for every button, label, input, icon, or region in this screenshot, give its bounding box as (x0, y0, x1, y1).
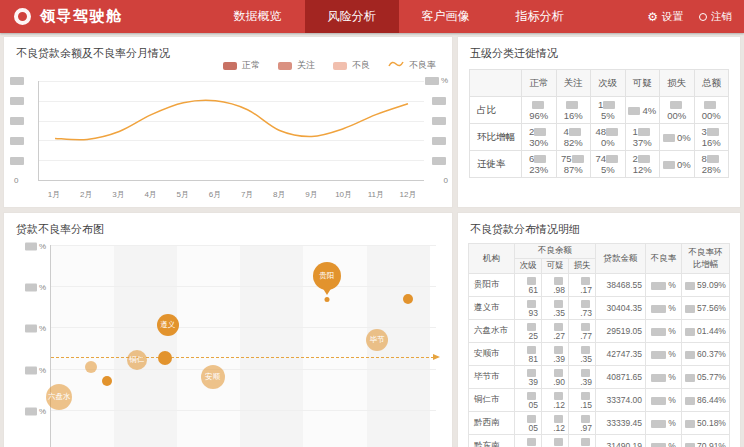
table-row: 安顺市81.39.3542747.35%60.37% (469, 343, 730, 366)
logout-button[interactable]: 注销 (699, 10, 732, 24)
bubble-label: 遵义 (160, 320, 175, 330)
cell-value: 5% (601, 110, 615, 121)
settings-button[interactable]: ⚙ 设置 (647, 10, 683, 24)
axis-tick-label (10, 116, 26, 125)
axis-tick-label: % (25, 324, 46, 333)
legend-item[interactable]: 不良 (333, 59, 370, 72)
table-cell: 16% (556, 97, 591, 124)
table-cell: 96% (522, 97, 557, 124)
redacted-value (651, 351, 666, 359)
npl-rate-mom-cell: 57.56% (682, 297, 730, 320)
redacted-value (432, 117, 446, 125)
scatter-bubble (102, 376, 112, 386)
cell-value: % (668, 441, 676, 447)
chart-legend: 正常关注不良不良率 (223, 59, 436, 72)
scatter-bubble: 安顺 (201, 365, 225, 389)
table-row: 遵义市93.35.7330404.35%57.56% (469, 297, 730, 320)
redacted-value (432, 97, 446, 105)
column-header: 次级 (515, 259, 542, 274)
table-cell: 828% (694, 151, 729, 178)
cell-value: .27 (553, 331, 565, 341)
redacted-value (10, 137, 24, 145)
cell-value: % (668, 372, 676, 382)
nav-tab[interactable]: 数据概览 (211, 0, 305, 33)
redacted-value (554, 346, 563, 354)
redacted-value (685, 328, 695, 336)
cell-value: 01.44% (697, 326, 726, 336)
npl-rate-mom-cell: 60.37% (682, 343, 730, 366)
cell-value: % (668, 280, 676, 290)
legend-item[interactable]: 关注 (278, 59, 315, 72)
redacted-value (527, 392, 536, 400)
redacted-value (581, 346, 590, 354)
table-cell: 15% (591, 97, 626, 124)
scatter-bubble (85, 361, 97, 373)
gridline (51, 369, 436, 370)
nav-tab[interactable]: 客户画像 (399, 0, 493, 33)
org-name-cell: 贵阳市 (469, 274, 515, 297)
npl-rate-mom-cell: 01.44% (682, 320, 730, 343)
cell-value: .39 (580, 377, 592, 387)
redacted-value (532, 101, 544, 109)
column-header: 损失 (660, 70, 695, 97)
redacted-value (554, 369, 563, 377)
gear-icon: ⚙ (647, 11, 658, 23)
cell-value: 5% (601, 164, 615, 175)
table-header-row: 机构不良余额贷款金额不良率不良率环比增幅 (469, 244, 730, 259)
panel-grid: 不良贷款余额及不良率分月情况 正常关注不良不良率 1月2月3月4月5月6月7月8… (3, 36, 741, 444)
legend-item[interactable]: 正常 (223, 59, 260, 72)
arrow-icon (433, 354, 440, 360)
axis-tick-label (10, 76, 26, 85)
redacted-value (25, 284, 37, 292)
month-label: 11月 (360, 189, 392, 200)
app-title: 领导驾驶舱 (40, 7, 123, 26)
redacted-value (685, 374, 695, 382)
legend-item[interactable]: 不良率 (388, 59, 436, 72)
redacted-value (685, 397, 695, 405)
npl-balance-cell: .90 (542, 366, 569, 389)
axis-tick-label: % (25, 406, 46, 415)
detail-table: 机构不良余额贷款金额不良率不良率环比增幅次级可疑损失 贵阳市61.98.1738… (468, 243, 730, 447)
cell-value: 60.37% (697, 349, 726, 359)
org-name-cell: 安顺市 (469, 343, 515, 366)
npl-rate-cell: % (646, 389, 682, 412)
column-header: 机构 (469, 244, 515, 274)
cell-value: .97 (580, 423, 592, 433)
panel-title: 不良贷款余额及不良率分月情况 (4, 37, 452, 61)
npl-rate-cell: % (646, 435, 682, 447)
cell-value: 70.91% (697, 441, 726, 447)
cell-value: % (668, 349, 676, 359)
cell-value: 33374.00 (607, 395, 642, 405)
redacted-value (554, 438, 563, 446)
redacted-value (25, 325, 37, 333)
redacted-value (527, 323, 536, 331)
column-header: 可疑 (542, 259, 569, 274)
org-name-cell: 六盘水市 (469, 320, 515, 343)
redacted-value (651, 328, 666, 336)
redacted-value (704, 101, 716, 109)
axis-tick-label (10, 136, 26, 145)
cell-value: .12 (553, 400, 565, 410)
npl-balance-cell: .97 (569, 412, 596, 435)
scatter-bubble (158, 351, 172, 365)
cell-value: 38468.55 (607, 280, 642, 290)
cell-value: .35 (553, 308, 565, 318)
cell-value: 82% (564, 137, 583, 148)
table-cell: 0% (660, 124, 695, 151)
redacted-value (527, 346, 536, 354)
loan-amount-cell: 30404.35 (596, 297, 646, 320)
npl-balance-cell: 39 (515, 366, 542, 389)
cell-value: 0% (677, 159, 691, 170)
cell-value: % (668, 303, 676, 313)
npl-rate-cell: % (646, 320, 682, 343)
axis-tick-label: % (25, 242, 46, 251)
redacted-value (670, 101, 682, 109)
month-label: 12月 (392, 189, 424, 200)
axis-tick-label (432, 116, 448, 125)
nav-tab[interactable]: 指标分析 (493, 0, 587, 33)
table-row: 毕节市39.90.3940871.65%05.77% (469, 366, 730, 389)
axis-unit-label: % (39, 324, 46, 333)
bubble-label: 安顺 (205, 372, 220, 382)
nav-tab[interactable]: 风险分析 (305, 0, 399, 33)
redacted-value (527, 438, 536, 446)
